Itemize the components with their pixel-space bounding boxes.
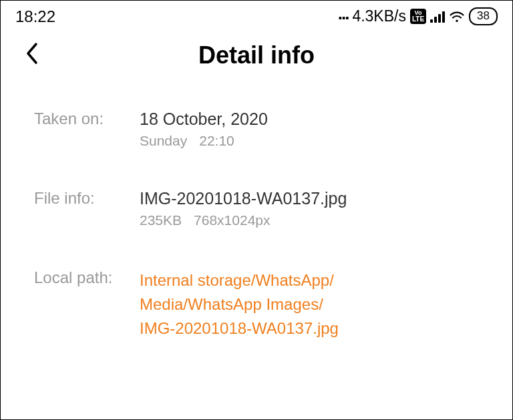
page-title: Detail info: [21, 41, 492, 69]
taken-on-daytime: Sunday22:10: [140, 133, 479, 149]
file-info-label: File info:: [34, 189, 140, 228]
status-indicators: ... 4.3KB/s Vo LTE 38: [338, 6, 498, 27]
local-path-text: Internal storage/WhatsApp/ Media/WhatsAp…: [140, 268, 479, 341]
taken-on-label: Taken on:: [34, 110, 140, 149]
signal-icon: [430, 11, 445, 23]
file-name: IMG-20201018-WA0137.jpg: [140, 189, 479, 208]
status-bar: 18:22 ... 4.3KB/s Vo LTE 38: [1, 1, 512, 29]
file-info-row: File info: IMG-20201018-WA0137.jpg 235KB…: [34, 189, 479, 228]
taken-on-value: 18 October, 2020 Sunday22:10: [140, 110, 479, 149]
status-time: 18:22: [15, 7, 55, 26]
file-size-dims: 235KB768x1024px: [140, 212, 479, 228]
taken-on-row: Taken on: 18 October, 2020 Sunday22:10: [34, 110, 479, 149]
volte-icon: Vo LTE: [410, 9, 426, 24]
detail-content: Taken on: 18 October, 2020 Sunday22:10 F…: [1, 89, 512, 341]
taken-on-date: 18 October, 2020: [140, 110, 479, 129]
header: Detail info: [1, 29, 512, 89]
local-path-label: Local path:: [34, 268, 140, 341]
file-info-value: IMG-20201018-WA0137.jpg 235KB768x1024px: [140, 189, 479, 228]
status-dots-icon: ...: [338, 3, 349, 24]
data-speed: 4.3KB/s: [352, 7, 406, 25]
battery-indicator: 38: [469, 7, 498, 25]
wifi-icon: [449, 10, 465, 23]
local-path-value[interactable]: Internal storage/WhatsApp/ Media/WhatsAp…: [140, 268, 479, 341]
back-button[interactable]: [24, 41, 39, 69]
local-path-row: Local path: Internal storage/WhatsApp/ M…: [34, 268, 479, 341]
